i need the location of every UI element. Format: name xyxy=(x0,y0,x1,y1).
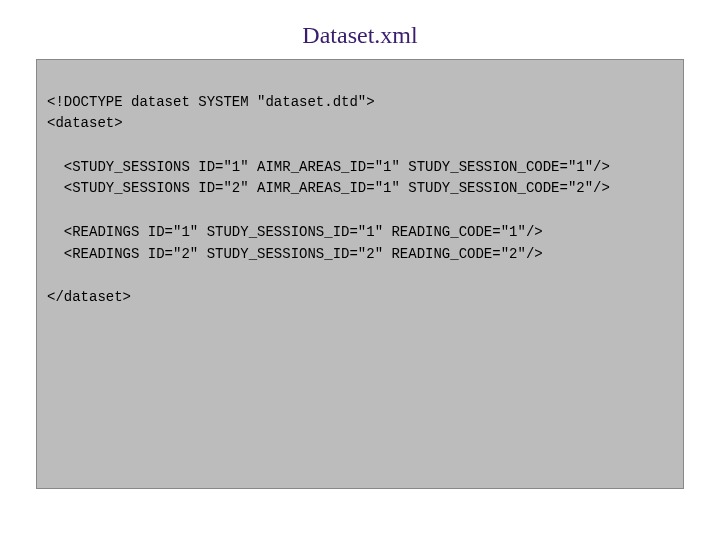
code-line: <STUDY_SESSIONS ID="1" AIMR_AREAS_ID="1"… xyxy=(47,159,610,175)
code-line: <dataset> xyxy=(47,115,123,131)
code-line: <READINGS ID="2" STUDY_SESSIONS_ID="2" R… xyxy=(47,246,543,262)
code-line: <STUDY_SESSIONS ID="2" AIMR_AREAS_ID="1"… xyxy=(47,180,610,196)
code-line: <READINGS ID="1" STUDY_SESSIONS_ID="1" R… xyxy=(47,224,543,240)
xml-code-block: <!DOCTYPE dataset SYSTEM "dataset.dtd"> … xyxy=(36,59,684,489)
code-line: </dataset> xyxy=(47,289,131,305)
code-line: <!DOCTYPE dataset SYSTEM "dataset.dtd"> xyxy=(47,94,375,110)
slide-title: Dataset.xml xyxy=(0,0,720,59)
slide-page: Dataset.xml <!DOCTYPE dataset SYSTEM "da… xyxy=(0,0,720,540)
